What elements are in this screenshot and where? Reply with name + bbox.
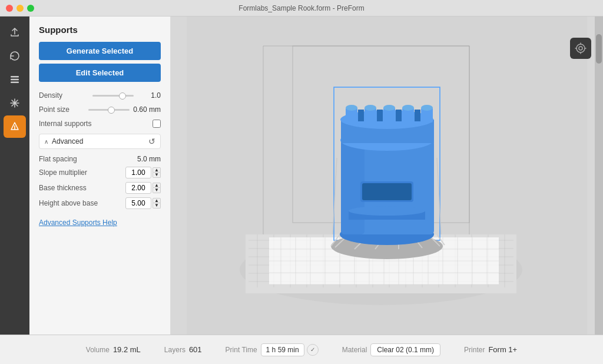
internal-supports-checkbox[interactable]	[153, 120, 161, 128]
svg-rect-98	[362, 183, 412, 200]
internal-supports-label: Internal supports	[39, 120, 153, 128]
printer-item: Printer Form 1+	[464, 345, 517, 354]
layers-label: Layers	[164, 346, 185, 354]
window-controls	[6, 5, 34, 12]
base-thickness-row: Base thickness ▲ ▼	[39, 182, 161, 194]
svg-rect-93	[358, 110, 364, 121]
svg-rect-1	[11, 79, 19, 81]
slope-multiplier-arrows: ▲ ▼	[153, 167, 161, 178]
layers-button[interactable]	[4, 68, 26, 91]
upload-button[interactable]	[4, 21, 26, 44]
svg-point-91	[402, 105, 414, 111]
print-time-item: Print Time 1 h 59 min ✓	[226, 343, 319, 356]
window-title: Formlabs_Sample Rook.form - PreForm	[238, 4, 364, 12]
svg-point-5	[579, 47, 582, 50]
status-bar: Volume 19.2 mL Layers 601 Print Time 1 h…	[0, 335, 603, 364]
orient-button[interactable]	[4, 92, 26, 114]
slope-multiplier-field[interactable]	[125, 167, 151, 178]
height-above-base-label: Height above base	[39, 199, 125, 207]
height-above-base-field[interactable]	[125, 197, 151, 209]
advanced-label: Advanced	[52, 137, 148, 145]
edit-selected-button[interactable]: Edit Selected	[39, 64, 161, 82]
density-row: Density 1.0	[39, 91, 161, 100]
3d-scene	[171, 16, 603, 335]
rotate-button[interactable]	[4, 45, 26, 67]
supports-button[interactable]	[4, 115, 26, 138]
help-link[interactable]: Advanced Supports Help	[39, 219, 117, 227]
internal-supports-row: Internal supports	[39, 120, 161, 128]
print-time-box: 1 h 59 min ✓	[261, 343, 319, 356]
density-slider-thumb[interactable]	[119, 92, 126, 100]
print-time-check[interactable]: ✓	[307, 344, 319, 356]
svg-point-4	[577, 44, 585, 52]
svg-rect-94	[377, 110, 383, 121]
height-above-base-input[interactable]: ▲ ▼	[125, 197, 161, 209]
point-size-label: Point size	[39, 105, 85, 114]
svg-point-90	[383, 105, 395, 111]
flat-spacing-row: Flat spacing 5.0 mm	[39, 155, 161, 163]
generate-selected-button[interactable]: Generate Selected	[39, 42, 161, 60]
camera-button[interactable]	[570, 38, 591, 59]
density-value: 1.0	[137, 91, 161, 100]
svg-rect-2	[11, 82, 19, 84]
density-slider-track[interactable]	[92, 95, 134, 97]
svg-rect-96	[415, 110, 420, 121]
vertical-scrollbar[interactable]	[595, 16, 603, 335]
slope-down-arrow[interactable]: ▼	[153, 173, 161, 178]
material-label: Material	[342, 346, 367, 354]
material-item: Material Clear 02 (0.1 mm)	[342, 343, 440, 356]
svg-point-100	[349, 206, 425, 216]
volume-label: Volume	[86, 346, 110, 354]
point-size-slider-track[interactable]	[88, 109, 130, 111]
svg-point-89	[365, 105, 376, 111]
svg-point-92	[421, 105, 433, 111]
density-label: Density	[39, 91, 89, 100]
slope-multiplier-row: Slope multiplier ▲ ▼	[39, 167, 161, 178]
base-thickness-input[interactable]: ▲ ▼	[125, 182, 161, 194]
main-area: Supports Generate Selected Edit Selected…	[0, 16, 603, 335]
slope-multiplier-label: Slope multiplier	[39, 168, 125, 177]
point-size-value: 0.60 mm	[133, 105, 161, 114]
height-above-base-arrows: ▲ ▼	[153, 198, 161, 209]
layers-item: Layers 601	[164, 345, 202, 354]
print-time-value[interactable]: 1 h 59 min	[261, 343, 304, 356]
base-down-arrow[interactable]: ▼	[153, 188, 161, 193]
base-thickness-label: Base thickness	[39, 184, 125, 192]
height-down-arrow[interactable]: ▼	[153, 203, 161, 209]
volume-value: 19.2 mL	[113, 345, 141, 354]
point-size-slider-thumb[interactable]	[108, 107, 115, 114]
slope-multiplier-input[interactable]: ▲ ▼	[125, 167, 161, 178]
flat-spacing-label: Flat spacing	[39, 155, 137, 163]
height-above-base-row: Height above base ▲ ▼	[39, 197, 161, 209]
viewport[interactable]	[171, 16, 603, 335]
panel-title: Supports	[39, 25, 161, 35]
print-time-label: Print Time	[226, 346, 257, 354]
advanced-row[interactable]: ∧ Advanced ↺	[39, 134, 161, 149]
base-thickness-field[interactable]	[125, 182, 151, 194]
supports-panel: Supports Generate Selected Edit Selected…	[29, 16, 171, 335]
printer-value: Form 1+	[488, 345, 517, 354]
reset-icon[interactable]: ↺	[148, 137, 155, 146]
svg-rect-95	[396, 110, 402, 121]
printer-label: Printer	[464, 346, 485, 354]
svg-rect-0	[11, 76, 19, 78]
scrollbar-thumb[interactable]	[596, 34, 602, 64]
volume-item: Volume 19.2 mL	[86, 345, 141, 354]
point-size-row: Point size 0.60 mm	[39, 105, 161, 114]
chevron-up-icon: ∧	[44, 138, 48, 145]
maximize-button[interactable]	[27, 5, 34, 12]
base-thickness-arrows: ▲ ▼	[153, 183, 161, 193]
material-value[interactable]: Clear 02 (0.1 mm)	[370, 343, 440, 356]
advanced-params: Flat spacing 5.0 mm Slope multiplier ▲ ▼…	[39, 155, 161, 209]
titlebar: Formlabs_Sample Rook.form - PreForm	[0, 0, 603, 16]
left-toolbar	[0, 16, 29, 335]
minimize-button[interactable]	[16, 5, 24, 12]
svg-point-88	[346, 105, 357, 111]
layers-value: 601	[189, 345, 202, 354]
flat-spacing-value: 5.0 mm	[137, 155, 161, 163]
close-button[interactable]	[6, 5, 13, 12]
